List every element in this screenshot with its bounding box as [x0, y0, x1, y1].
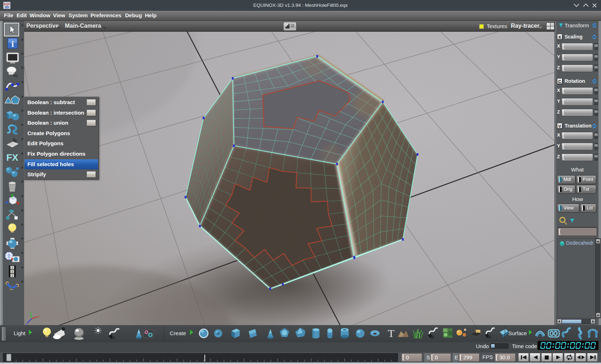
svg-text:T: T [388, 327, 394, 339]
svg-text:3D: 3D [5, 5, 9, 9]
svg-text:3: 3 [11, 266, 13, 270]
svg-text:3: 3 [11, 270, 13, 274]
svg-text:3: 3 [11, 274, 13, 278]
svg-text:FX: FX [6, 152, 18, 163]
svg-text:i: i [12, 39, 14, 49]
